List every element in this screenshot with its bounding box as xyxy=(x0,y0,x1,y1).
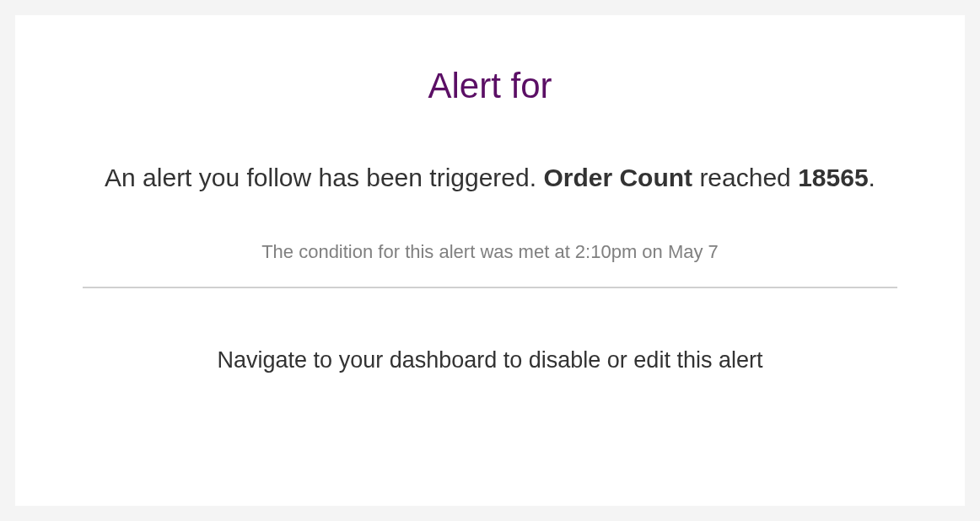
alert-metric-name: Order Count xyxy=(543,164,692,191)
alert-card: Alert for An alert you follow has been t… xyxy=(15,15,965,506)
alert-metric-value: 18565 xyxy=(798,164,868,191)
alert-body: An alert you follow has been triggered. … xyxy=(66,157,914,199)
alert-body-period: . xyxy=(869,164,875,191)
alert-body-prefix: An alert you follow has been triggered. xyxy=(105,164,543,191)
alert-footer-text: Navigate to your dashboard to disable or… xyxy=(66,347,914,373)
alert-condition-time: The condition for this alert was met at … xyxy=(66,241,914,263)
alert-body-reached: reached xyxy=(692,164,798,191)
alert-title: Alert for xyxy=(66,66,914,106)
divider xyxy=(83,287,897,288)
